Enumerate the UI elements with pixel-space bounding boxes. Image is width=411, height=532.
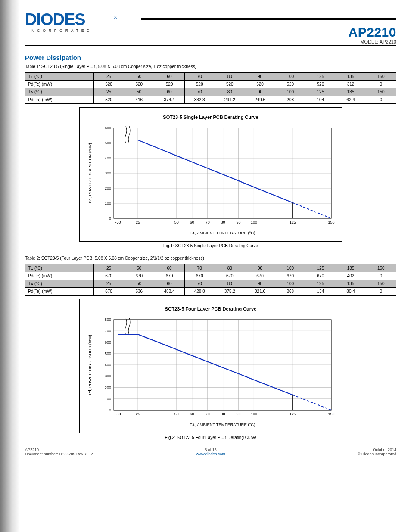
table-cell: 70 — [184, 73, 215, 81]
table-cell: 520 — [94, 96, 124, 104]
svg-text:400: 400 — [105, 156, 111, 160]
footer-center2: www.diodes.com — [118, 452, 304, 456]
table-cell: 374.4 — [154, 96, 184, 104]
table-cell: 90 — [245, 264, 275, 272]
svg-text:600: 600 — [105, 340, 111, 345]
chart2-title: SOT23-5 Four Layer PCB Derating Curve — [83, 306, 338, 311]
table-cell: 135 — [336, 280, 366, 288]
table-cell: 670 — [94, 272, 124, 280]
table-cell: 100 — [275, 264, 305, 272]
svg-text:200: 200 — [105, 186, 111, 190]
table-cell: 80 — [215, 73, 245, 81]
svg-text:500: 500 — [105, 141, 111, 145]
table-cell: 0 — [366, 96, 396, 104]
svg-text:100: 100 — [251, 220, 257, 224]
divider — [25, 45, 396, 46]
table-cell: 670 — [124, 272, 154, 280]
svg-text:600: 600 — [105, 126, 111, 130]
table-cell: 375.2 — [215, 288, 245, 296]
footer-center1: 8 of 15 — [118, 448, 304, 452]
svg-text:150: 150 — [328, 412, 334, 416]
table-cell: 100 — [275, 280, 305, 288]
table-cell: 70 — [184, 280, 215, 288]
svg-text:25: 25 — [136, 412, 140, 416]
table-cell: 520 — [94, 81, 124, 88]
table-cell: 520 — [275, 81, 305, 88]
svg-text:125: 125 — [290, 220, 296, 224]
svg-text:200: 200 — [105, 386, 111, 390]
table-cell: 50 — [124, 73, 154, 81]
svg-text:25: 25 — [136, 220, 140, 224]
diodes-logo: DIODES ® INCORPORATED — [25, 8, 141, 38]
table-cell: 150 — [366, 264, 396, 272]
table-cell: 104 — [305, 96, 336, 104]
svg-text:90: 90 — [236, 220, 240, 224]
table-cell: 0 — [366, 272, 396, 280]
svg-text:®: ® — [114, 15, 117, 20]
chart1: 0100200300400500600-50255060708090100125… — [84, 121, 338, 238]
table-cell: 670 — [154, 272, 184, 280]
table-cell: 321.6 — [245, 288, 275, 296]
footer-left1: AP2210 — [25, 448, 118, 452]
table-cell: 670 — [275, 272, 305, 280]
table-cell: 416 — [124, 96, 154, 104]
table-cell: 0 — [366, 288, 396, 296]
table-cell: 670 — [215, 272, 245, 280]
svg-text:80: 80 — [221, 412, 225, 416]
table-cell: 25 — [94, 280, 124, 288]
table-row-label: Tᴄ (°C) — [25, 264, 94, 272]
table-cell: 80 — [215, 264, 245, 272]
table-cell: 60 — [154, 88, 184, 96]
table-cell: 60 — [154, 73, 184, 81]
table-cell: 402 — [336, 272, 366, 280]
svg-text:300: 300 — [105, 374, 111, 378]
footer-right2: © Diodes Incorporated — [304, 452, 397, 456]
table-cell: 150 — [366, 88, 396, 96]
table-cell: 520 — [124, 81, 154, 88]
table-cell: 670 — [94, 288, 124, 296]
table-cell: 125 — [305, 264, 336, 272]
svg-text:-50: -50 — [115, 220, 121, 224]
table-cell: 0 — [366, 81, 396, 88]
svg-text:100: 100 — [105, 397, 111, 401]
table-cell: 25 — [94, 73, 124, 81]
svg-text:50: 50 — [174, 412, 179, 416]
svg-text:400: 400 — [105, 363, 111, 367]
svg-text:90: 90 — [236, 412, 240, 416]
table-cell: 50 — [124, 88, 154, 96]
table-cell: 125 — [305, 280, 336, 288]
svg-text:Tᴀ, AMBIENT TEMPERATURE (°C): Tᴀ, AMBIENT TEMPERATURE (°C) — [190, 422, 255, 427]
svg-text:800: 800 — [105, 317, 111, 322]
table-cell: 50 — [124, 280, 154, 288]
svg-text:300: 300 — [105, 171, 111, 175]
table-cell: 520 — [184, 81, 215, 88]
table-cell: 70 — [184, 88, 215, 96]
svg-text:100: 100 — [251, 412, 257, 416]
table2: Tᴄ (°C)255060708090100125135150Pd(Tc) (m… — [25, 264, 396, 296]
svg-text:60: 60 — [190, 220, 194, 224]
svg-text:50: 50 — [174, 220, 179, 224]
svg-text:0: 0 — [109, 408, 111, 412]
table-cell: 312 — [336, 81, 366, 88]
svg-text:Tᴀ, AMBIENT TEMPERATURE (°C): Tᴀ, AMBIENT TEMPERATURE (°C) — [190, 230, 255, 235]
model-line: MODEL: AP2210 — [349, 39, 396, 44]
table-cell: 90 — [245, 280, 275, 288]
svg-text:150: 150 — [328, 220, 334, 224]
chart2-frame: SOT23-5 Four Layer PCB Derating Curve 01… — [79, 299, 342, 433]
chart1-title: SOT23-5 Single Layer PCB Derating Curve — [83, 115, 338, 120]
table-cell: 80.4 — [336, 288, 366, 296]
table1-caption: Table 1: SOT23-5 (Single Layer PCB, 5.08… — [25, 64, 396, 69]
footer-left2: Document number: DS36789 Rev. 3 - 2 — [25, 452, 118, 456]
table-cell: 80 — [215, 280, 245, 288]
table-cell: 428.8 — [184, 288, 215, 296]
svg-text:100: 100 — [105, 201, 111, 205]
table-cell: 135 — [336, 73, 366, 81]
table-cell: 520 — [305, 81, 336, 88]
svg-text:125: 125 — [290, 412, 296, 416]
table-cell: 268 — [275, 288, 305, 296]
table-row-label: Pd(Tc) (mW) — [25, 272, 94, 280]
chart2: 0100200300400500600700800-50255060708090… — [84, 313, 338, 429]
part-number: AP2210 — [349, 25, 396, 39]
svg-text:0: 0 — [109, 216, 111, 221]
table-cell: 249.6 — [245, 96, 275, 104]
